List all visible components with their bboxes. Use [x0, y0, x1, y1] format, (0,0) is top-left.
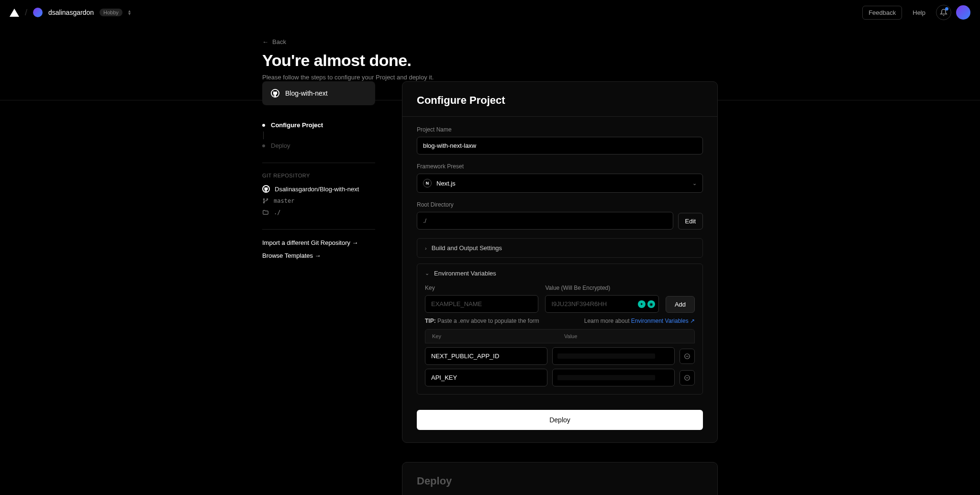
env-table-header: Key Value: [425, 329, 695, 343]
framework-label: Framework Preset: [417, 163, 703, 170]
external-link-icon: ↗: [690, 318, 695, 324]
step-deploy[interactable]: Deploy: [262, 142, 375, 149]
deploy-card: Deploy Preparing deployment...: [402, 462, 718, 495]
top-header: / dsalinasgardon Hobby ▴▾ Feedback Help: [0, 0, 980, 25]
env-entry-value-redacted[interactable]: [552, 347, 675, 365]
sidebar-divider: [262, 229, 375, 230]
vercel-logo-icon[interactable]: [10, 9, 19, 17]
username[interactable]: dsalinasgardon: [48, 9, 94, 16]
env-vars-label: Environment Variables: [434, 270, 496, 277]
env-vars-body: Key Value (Will Be Encrypted) ✦: [417, 283, 702, 394]
env-entry-key[interactable]: [425, 347, 547, 365]
root-path: ./: [274, 209, 280, 216]
git-section-label: GIT REPOSITORY: [262, 173, 375, 178]
env-entry-value-redacted[interactable]: [552, 369, 675, 386]
minus-circle-icon: [684, 374, 690, 381]
project-name-input[interactable]: [417, 137, 703, 154]
env-key-input[interactable]: [425, 295, 538, 313]
deploy-button[interactable]: Deploy: [417, 410, 703, 430]
help-button[interactable]: Help: [907, 6, 931, 19]
project-name-group: Project Name: [417, 126, 703, 154]
root-dir-input[interactable]: [417, 212, 673, 230]
repo-full-name[interactable]: Dsalinasgardon/Blog-with-next: [262, 185, 375, 193]
add-env-button[interactable]: Add: [666, 296, 695, 313]
repo-card-name: Blog-with-next: [285, 89, 328, 97]
build-settings-label: Build and Output Settings: [432, 244, 502, 252]
env-vars-header[interactable]: ⌄ Environment Variables: [417, 264, 702, 283]
step-label: Configure Project: [271, 121, 323, 129]
learn-more-prefix: Learn more about: [584, 318, 631, 324]
card-divider: [402, 116, 717, 117]
svg-point-2: [267, 198, 267, 199]
folder-icon: [262, 209, 269, 216]
env-value-label: Value (Will Be Encrypted): [545, 285, 658, 291]
svg-point-0: [263, 198, 264, 199]
env-table-key-header: Key: [432, 333, 556, 339]
import-different-repo-link[interactable]: Import a different Git Repository →: [262, 239, 375, 246]
project-name-label: Project Name: [417, 126, 703, 133]
deploy-title: Deploy: [417, 475, 703, 487]
back-label: Back: [272, 38, 286, 45]
branch-icon: [262, 198, 269, 204]
git-repo-info: Dsalinasgardon/Blog-with-next master ./: [262, 185, 375, 216]
header-left: / dsalinasgardon Hobby ▴▾: [10, 8, 131, 18]
env-vars-accordion: ⌄ Environment Variables Key Value (Will: [417, 264, 703, 395]
chevron-down-icon: ⌄: [692, 180, 697, 187]
configure-title: Configure Project: [417, 94, 703, 107]
framework-select[interactable]: N Next.js ⌄: [417, 174, 703, 193]
edit-root-button[interactable]: Edit: [678, 213, 703, 230]
repo-root: ./: [262, 209, 375, 216]
env-docs-link[interactable]: Environment Variables ↗: [631, 318, 695, 324]
breadcrumb-slash: /: [25, 8, 27, 18]
root-dir-label: Root Directory: [417, 201, 703, 208]
sidebar-divider: [262, 163, 375, 163]
user-avatar[interactable]: [956, 5, 970, 20]
notifications-button[interactable]: [936, 5, 951, 20]
tip-bold: TIP:: [425, 318, 436, 324]
framework-group: Framework Preset N Next.js ⌄: [417, 163, 703, 193]
tip-text: Paste a .env above to populate the form: [437, 318, 539, 324]
nextjs-icon: N: [423, 179, 432, 187]
step-connector: [263, 132, 264, 139]
arrow-left-icon: ←: [262, 38, 268, 45]
minus-circle-icon: [684, 353, 690, 360]
branch-name: master: [274, 198, 294, 204]
remove-env-button[interactable]: [679, 370, 695, 385]
repo-branch: master: [262, 198, 375, 204]
back-link[interactable]: ← Back: [262, 38, 718, 45]
env-key-label: Key: [425, 285, 538, 291]
github-icon: [271, 89, 279, 98]
left-sidebar: Blog-with-next Configure Project Deploy …: [262, 62, 375, 495]
framework-value: Next.js: [436, 180, 456, 187]
env-entry-row: [425, 369, 695, 386]
chevron-right-icon: ›: [425, 245, 427, 251]
extension-badge-icon[interactable]: ◉: [647, 300, 655, 308]
step-configure[interactable]: Configure Project: [262, 121, 375, 129]
main-column: Configure Project Project Name Framework…: [402, 62, 718, 495]
configure-project-card: Configure Project Project Name Framework…: [402, 81, 718, 443]
build-settings-accordion: › Build and Output Settings: [417, 238, 703, 258]
step-list: Configure Project Deploy: [262, 121, 375, 149]
team-avatar-icon[interactable]: [33, 8, 43, 17]
env-entry-key[interactable]: [425, 369, 547, 386]
step-label: Deploy: [271, 142, 290, 149]
plan-badge: Hobby: [100, 9, 122, 16]
env-table-value-header: Value: [556, 333, 688, 339]
repo-summary-card: Blog-with-next: [262, 81, 375, 105]
notification-dot-icon: [945, 7, 948, 11]
step-dot-icon: [262, 124, 265, 127]
header-right: Feedback Help: [862, 5, 970, 20]
browse-templates-link[interactable]: Browse Templates →: [262, 252, 375, 259]
step-dot-icon: [262, 144, 265, 147]
env-tip-row: TIP: Paste a .env above to populate the …: [425, 318, 695, 324]
root-dir-group: Root Directory Edit: [417, 201, 703, 230]
github-icon: [262, 185, 270, 193]
chevron-down-icon: ⌄: [425, 270, 429, 276]
extension-badge-icon[interactable]: ✦: [638, 300, 646, 308]
password-manager-badges: ✦ ◉: [638, 300, 655, 308]
feedback-button[interactable]: Feedback: [862, 6, 902, 20]
remove-env-button[interactable]: [679, 349, 695, 364]
build-settings-header[interactable]: › Build and Output Settings: [417, 239, 702, 257]
scope-switcher-icon[interactable]: ▴▾: [128, 10, 131, 15]
svg-point-1: [263, 202, 264, 203]
